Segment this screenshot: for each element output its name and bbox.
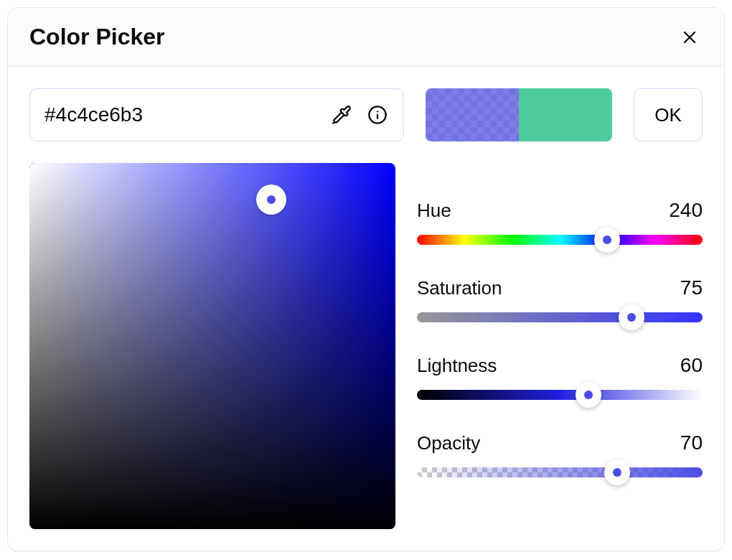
opacity-slider-track[interactable] [417, 467, 703, 477]
color-swatch-pair [426, 88, 612, 141]
swatch-compare-color [519, 88, 612, 141]
hue-slider-track[interactable] [417, 235, 703, 245]
lightness-label-row: Lightness 60 [417, 354, 703, 377]
saturation-value-area[interactable] [29, 163, 395, 529]
saturation-value: 75 [680, 276, 703, 299]
sv-black-layer [29, 163, 395, 529]
lightness-label: Lightness [417, 355, 497, 377]
opacity-value: 70 [680, 431, 703, 454]
opacity-slider-thumb[interactable] [604, 459, 630, 485]
swatch-current[interactable] [426, 88, 519, 141]
hue-label-row: Hue 240 [417, 199, 703, 222]
eyedropper-button[interactable] [329, 102, 355, 128]
hex-icons [329, 102, 390, 128]
hue-value: 240 [669, 199, 703, 222]
eyedropper-icon [332, 105, 352, 125]
card-header: Color Picker [8, 8, 724, 67]
hue-slider-group: Hue 240 [417, 199, 703, 245]
hex-input[interactable] [43, 103, 329, 127]
hex-field[interactable] [29, 88, 404, 141]
saturation-slider-group: Saturation 75 [417, 276, 703, 322]
hue-label: Hue [417, 200, 451, 222]
main-row: Hue 240 Saturation 75 [29, 163, 703, 529]
saturation-slider-thumb[interactable] [619, 304, 644, 330]
saturation-slider-track[interactable] [417, 312, 703, 322]
ok-button[interactable]: OK [634, 88, 703, 141]
lightness-slider-track[interactable] [417, 390, 703, 400]
sv-thumb[interactable] [256, 185, 286, 215]
close-button[interactable] [677, 24, 703, 50]
card-title: Color Picker [29, 24, 165, 50]
top-row: OK [29, 88, 703, 141]
info-icon [367, 105, 388, 125]
hue-slider-thumb[interactable] [594, 227, 620, 253]
opacity-label-row: Opacity 70 [417, 431, 703, 454]
card-body: OK Hue 240 [8, 67, 724, 551]
opacity-slider-group: Opacity 70 [417, 431, 703, 477]
opacity-gradient [417, 467, 703, 477]
lightness-value: 60 [680, 354, 703, 377]
opacity-label: Opacity [417, 432, 480, 454]
swatch-current-color [426, 88, 519, 141]
info-button[interactable] [365, 102, 390, 128]
close-icon [680, 27, 700, 47]
saturation-label-row: Saturation 75 [417, 276, 703, 299]
lightness-slider-group: Lightness 60 [417, 354, 703, 400]
sliders-column: Hue 240 Saturation 75 [417, 163, 703, 529]
saturation-label: Saturation [417, 277, 502, 299]
color-picker-card: Color Picker [7, 7, 725, 551]
swatch-compare[interactable] [519, 88, 612, 141]
lightness-slider-thumb[interactable] [576, 382, 601, 408]
